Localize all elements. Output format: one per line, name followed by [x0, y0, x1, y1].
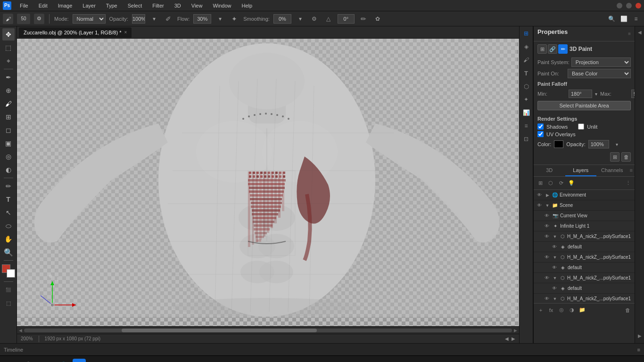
- eye-icon-mesh4[interactable]: 👁: [543, 295, 551, 303]
- shadows-checkbox[interactable]: [537, 123, 544, 130]
- unlit-checkbox[interactable]: [578, 123, 584, 130]
- eye-icon-mesh1[interactable]: 👁: [543, 233, 551, 240]
- tab-3d[interactable]: 3D: [534, 165, 565, 176]
- brush-settings-btn[interactable]: ⚙: [34, 14, 44, 24]
- panel-properties-icon[interactable]: ⊞: [521, 28, 531, 39]
- eye-icon-mesh2-mat[interactable]: 👁: [551, 264, 558, 272]
- brush-tool[interactable]: 🖌: [2, 98, 15, 110]
- tab-close-btn[interactable]: ×: [124, 30, 127, 35]
- color-swatch[interactable]: [554, 140, 563, 148]
- pen-tool[interactable]: ✏: [2, 180, 15, 192]
- paint-on-select[interactable]: Base Color: [568, 69, 631, 78]
- brush-size-display[interactable]: 50: [17, 14, 30, 24]
- opacity-value-input[interactable]: [588, 140, 609, 148]
- smoothing-input[interactable]: [273, 14, 291, 24]
- menu-edit[interactable]: Edit: [37, 2, 50, 9]
- scroll-nav-left[interactable]: ◀: [505, 336, 509, 341]
- panel-3d-icon[interactable]: ⬡: [521, 81, 531, 91]
- move-tool[interactable]: ✥: [2, 28, 15, 41]
- stylus-icon[interactable]: ✏: [358, 14, 369, 24]
- eye-icon-view[interactable]: 👁: [543, 212, 551, 220]
- layer-mask-btn[interactable]: ◎: [557, 306, 566, 314]
- layers-tool-2[interactable]: ⬡: [546, 179, 555, 188]
- shape-tool[interactable]: ⬭: [2, 220, 15, 232]
- path-select-tool[interactable]: ↖: [2, 206, 15, 219]
- taskbar-explorer-btn[interactable]: 📁: [39, 358, 54, 362]
- flow-input[interactable]: [193, 14, 211, 24]
- layer-mesh1-mat[interactable]: 👁 ◈ default: [534, 242, 635, 252]
- panel-histogram-icon[interactable]: 📊: [521, 107, 531, 118]
- blur-tool[interactable]: ◎: [2, 150, 15, 163]
- eye-icon-mesh1-mat[interactable]: 👁: [551, 243, 558, 251]
- panel-paint-icon[interactable]: 🖌: [521, 55, 531, 65]
- expand-scene[interactable]: ▼: [545, 203, 550, 208]
- expand-env[interactable]: ▶: [545, 192, 550, 198]
- prop-icon-3[interactable]: ✏: [558, 44, 568, 54]
- uv-action-2[interactable]: 🗑: [621, 152, 631, 162]
- eye-icon-mesh3-mat[interactable]: 👁: [551, 285, 558, 292]
- pressure-icon[interactable]: ✐: [163, 14, 173, 24]
- layers-menu-btn[interactable]: ≡: [628, 165, 635, 176]
- eye-icon-mesh3[interactable]: 👁: [543, 274, 551, 282]
- menu-layer[interactable]: Layer: [81, 2, 98, 9]
- tab-layers[interactable]: Layers: [565, 165, 597, 176]
- layer-mesh3-mat[interactable]: 👁 ◈ default: [534, 283, 635, 294]
- zoom-tool[interactable]: 🔍: [2, 246, 15, 258]
- side-icon-1[interactable]: ◀: [636, 28, 644, 36]
- eye-icon-mesh2[interactable]: 👁: [543, 254, 551, 261]
- layer-mesh2-mat[interactable]: 👁 ◈ default: [534, 263, 635, 273]
- layer-mesh1[interactable]: 👁 ▼ ⬡ H_M_A_nickZ_...polySurface1: [534, 231, 635, 242]
- menu-image[interactable]: Image: [56, 2, 74, 9]
- layout-btn[interactable]: ≡: [631, 14, 641, 24]
- clone-tool[interactable]: ⊞: [2, 111, 15, 123]
- angle-icon[interactable]: △: [323, 14, 334, 24]
- angle-input[interactable]: [338, 14, 355, 24]
- min-dropdown[interactable]: ▾: [595, 89, 597, 99]
- spot-heal-tool[interactable]: ⊕: [2, 84, 15, 97]
- scroll-nav-right[interactable]: ▶: [512, 336, 515, 341]
- expand-mesh1[interactable]: ▼: [552, 234, 558, 239]
- eye-icon-scene[interactable]: 👁: [536, 202, 543, 209]
- dodge-tool[interactable]: ◐: [2, 164, 15, 176]
- menu-help[interactable]: Help: [240, 2, 255, 9]
- max-value-input[interactable]: [631, 90, 635, 98]
- menu-file[interactable]: File: [18, 2, 30, 9]
- opacity-input[interactable]: [132, 14, 145, 24]
- layer-inf-light[interactable]: 👁 ✦ Infinite Light 1: [534, 221, 635, 231]
- workspace-btn[interactable]: ⬜: [619, 14, 629, 24]
- smoothing-settings-icon[interactable]: ⚙: [309, 14, 320, 24]
- layer-adj-btn[interactable]: ◑: [568, 306, 576, 314]
- smoothing-dropdown[interactable]: ▾: [295, 14, 305, 24]
- prop-icon-1[interactable]: ⊞: [537, 44, 547, 54]
- canvas-area[interactable]: ⊕ I: [17, 39, 519, 326]
- gradient-tool[interactable]: ▣: [2, 137, 15, 149]
- select-paintable-btn[interactable]: Select Paintable Area: [537, 101, 631, 110]
- close-button[interactable]: [636, 3, 641, 8]
- mode-select[interactable]: Normal: [73, 14, 106, 24]
- timeline-menu-btn[interactable]: ≡: [637, 347, 640, 353]
- menu-view[interactable]: View: [190, 2, 205, 9]
- menu-filter[interactable]: Filter: [150, 2, 165, 9]
- background-color[interactable]: [7, 269, 15, 278]
- layers-tool-1[interactable]: ⊞: [536, 179, 545, 188]
- taskbar-chrome-btn[interactable]: 🌐: [56, 358, 71, 362]
- hand-tool[interactable]: ✋: [2, 233, 15, 245]
- search-btn[interactable]: 🔍: [606, 14, 617, 24]
- uv-overlays-checkbox[interactable]: [537, 131, 544, 137]
- menu-window[interactable]: Window: [211, 2, 233, 9]
- layer-group-btn[interactable]: 📁: [578, 306, 586, 314]
- minimize-button[interactable]: [617, 3, 622, 8]
- layer-mesh4[interactable]: 👁 ▼ ⬡ H_M_A_nickZ_...polySurface1: [534, 294, 635, 303]
- menu-3d[interactable]: 3D: [173, 2, 183, 9]
- maximize-button[interactable]: [626, 3, 632, 8]
- layer-fx-btn[interactable]: fx: [547, 306, 555, 314]
- panel-render-icon[interactable]: ✦: [521, 94, 531, 105]
- expand-mesh2[interactable]: ▼: [552, 255, 558, 260]
- expand-mesh4[interactable]: ▼: [552, 296, 558, 302]
- panel-type-icon[interactable]: T: [521, 68, 531, 78]
- layer-current-view[interactable]: 👁 📷 Current View: [534, 211, 635, 221]
- min-value-input[interactable]: [569, 90, 592, 98]
- document-tab[interactable]: Zuccarello.obj @ 200% (Layer 1, RGB/8) *…: [19, 27, 132, 38]
- taskbar-ps-btn[interactable]: Ps: [73, 359, 86, 362]
- opacity-dropdown[interactable]: ▾: [149, 14, 159, 24]
